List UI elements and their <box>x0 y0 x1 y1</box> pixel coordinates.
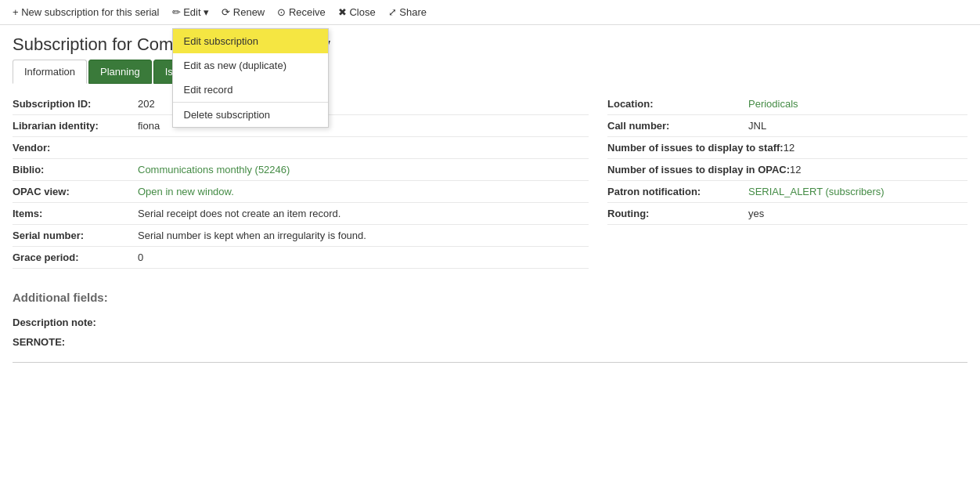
renew-link[interactable]: ⟳ Renew <box>222 6 265 18</box>
edit-as-new-item[interactable]: Edit as new (duplicate) <box>173 53 328 78</box>
value-serial-number: Serial number is kept when an irregulari… <box>138 230 366 241</box>
label-issues-opac: Number of issues to display in OPAC: <box>607 164 790 176</box>
new-subscription-link[interactable]: + New subscription for this serial <box>13 6 160 18</box>
tab-information[interactable]: Information <box>13 60 87 84</box>
value-routing: yes <box>748 208 764 219</box>
chevron-down-icon: ▾ <box>204 6 209 18</box>
label-librarian: Librarian identity: <box>13 120 138 132</box>
additional-fields-heading: Additional fields: <box>13 291 967 304</box>
row-issues-staff: Number of issues to display to staff: 12 <box>607 137 967 159</box>
receive-link[interactable]: ⊙ Receive <box>277 6 326 18</box>
info-right: Location: Periodicals Call number: JNL N… <box>607 93 967 269</box>
edit-dropdown-toggle[interactable]: ✏ Edit ▾ <box>172 6 210 18</box>
value-grace-period: 0 <box>138 252 143 263</box>
label-opac: OPAC view: <box>13 186 138 197</box>
label-serial-number: Serial number: <box>13 230 138 241</box>
value-librarian: fiona <box>138 120 160 132</box>
edit-dropdown-wrapper: ✏ Edit ▾ Edit subscription Edit as new (… <box>172 6 210 18</box>
row-routing: Routing: yes <box>607 203 967 225</box>
action-bar: + New subscription for this serial ✏ Edi… <box>0 0 980 25</box>
value-subscription-id: 202 <box>138 98 155 110</box>
close-link[interactable]: ✖ Close <box>338 6 376 18</box>
row-patron-notification: Patron notification: SERIAL_ALERT (subsc… <box>607 181 967 203</box>
label-patron-notification: Patron notification: <box>607 186 748 197</box>
share-link[interactable]: ⤢ Share <box>388 6 427 18</box>
label-subscription-id: Subscription ID: <box>13 98 138 110</box>
value-issues-opac: 12 <box>790 164 801 176</box>
value-issues-staff: 12 <box>784 142 794 154</box>
row-biblio: Biblio: Communications monthly (52246) <box>13 159 589 181</box>
value-patron-notification: SERIAL_ALERT (subscribers) <box>748 186 885 197</box>
label-sernote: SERNOTE: <box>13 336 967 348</box>
edit-dropdown-menu: Edit subscription Edit as new (duplicate… <box>172 28 329 128</box>
value-location: Periodicals <box>748 98 798 110</box>
row-items: Items: Serial receipt does not create an… <box>13 203 589 225</box>
pencil-icon: ✏ <box>172 6 184 18</box>
value-opac: Open in new window. <box>138 186 234 197</box>
biblio-link[interactable]: Communications monthly (52246) <box>138 164 290 176</box>
row-call-number: Call number: JNL <box>607 115 967 137</box>
page-title: Subscription for Communications monthly <box>0 25 980 60</box>
value-call-number: JNL <box>748 120 766 132</box>
tab-planning[interactable]: Planning <box>88 60 152 84</box>
content-area: Subscription ID: 202 Librarian identity:… <box>0 93 980 363</box>
share-icon: ⤢ <box>388 6 400 18</box>
info-layout: Subscription ID: 202 Librarian identity:… <box>13 93 967 269</box>
label-location: Location: <box>607 98 748 110</box>
field-sernote: SERNOTE: <box>13 333 967 353</box>
location-link[interactable]: Periodicals <box>748 98 798 110</box>
edit-subscription-item[interactable]: Edit subscription <box>173 29 328 53</box>
label-description-note: Description note: <box>13 317 967 328</box>
edit-record-item[interactable]: Edit record <box>173 78 328 102</box>
row-vendor: Vendor: <box>13 137 589 159</box>
label-routing: Routing: <box>607 208 748 219</box>
label-issues-staff: Number of issues to display to staff: <box>607 142 784 154</box>
row-location: Location: Periodicals <box>607 93 967 115</box>
label-grace-period: Grace period: <box>13 252 138 263</box>
row-grace-period: Grace period: 0 <box>13 247 589 269</box>
patron-notification-link[interactable]: SERIAL_ALERT (subscribers) <box>748 186 885 197</box>
receive-icon: ⊙ <box>277 6 289 18</box>
value-items: Serial receipt does not create an item r… <box>138 208 340 219</box>
row-issues-opac: Number of issues to display in OPAC: 12 <box>607 159 967 181</box>
value-biblio: Communications monthly (52246) <box>138 164 290 176</box>
renew-icon: ⟳ <box>222 6 233 18</box>
label-items: Items: <box>13 208 138 219</box>
close-icon: ✖ <box>338 6 350 18</box>
row-serial-number: Serial number: Serial number is kept whe… <box>13 225 589 247</box>
row-opac: OPAC view: Open in new window. <box>13 181 589 203</box>
additional-fields-section: Additional fields: Description note: SER… <box>13 291 967 363</box>
edit-label: Edit <box>183 6 200 18</box>
label-vendor: Vendor: <box>13 142 138 154</box>
opac-link[interactable]: Open in new window. <box>138 186 234 197</box>
tab-bar: Information Planning Issues <box>0 60 980 84</box>
delete-subscription-item[interactable]: Delete subscription <box>173 102 328 127</box>
label-call-number: Call number: <box>607 120 748 132</box>
field-description-note: Description note: <box>13 313 967 333</box>
label-biblio: Biblio: <box>13 164 138 176</box>
